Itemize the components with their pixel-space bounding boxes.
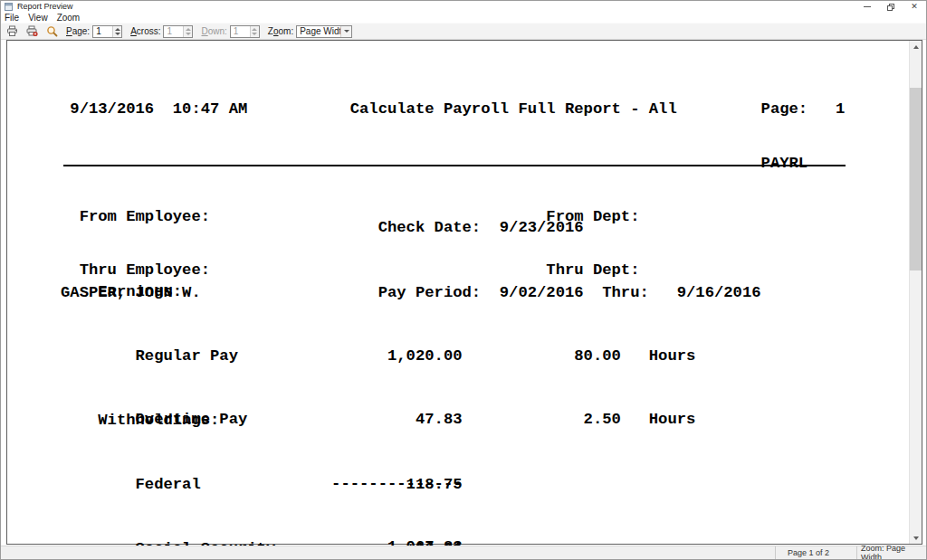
menu-bar: File View Zoom xyxy=(1,13,926,23)
report-line: Federal 118.75 xyxy=(61,474,463,496)
down-label: Down: xyxy=(201,26,226,36)
zoom-select[interactable]: Page Width xyxy=(296,25,352,38)
chevron-down-icon xyxy=(344,30,349,33)
spin-up-icon xyxy=(252,28,257,31)
arrow-up-icon xyxy=(913,45,919,49)
report-withholdings-block: Withholdings: Federal 118.75 Social Secu… xyxy=(61,367,463,560)
app-icon xyxy=(5,3,13,11)
close-button[interactable]: ✕ xyxy=(903,1,926,13)
report-line: Withholdings: xyxy=(61,410,463,432)
status-bar: Page 1 of 2 Zoom: Page Width xyxy=(1,546,926,559)
report-line: Check Date: 9/23/2016 xyxy=(61,217,761,239)
down-spinner: 1 xyxy=(230,25,260,38)
across-label: Across: xyxy=(130,26,160,36)
across-spin-buttons xyxy=(183,26,192,37)
restore-button[interactable] xyxy=(879,1,903,13)
page-label: Page: xyxy=(66,26,90,36)
report-page: 9/13/2016 10:47 AM Calculate Payroll Ful… xyxy=(6,40,922,545)
down-spin-buttons xyxy=(250,26,259,37)
spin-down-icon xyxy=(252,33,257,35)
report-line: Earnings: xyxy=(61,281,695,303)
report-preview-window: Report Preview ✕ File View Zoom xyxy=(0,0,927,560)
vertical-scrollbar[interactable] xyxy=(909,41,922,544)
report-line: 9/13/2016 10:47 AM Calculate Payroll Ful… xyxy=(61,100,845,119)
arrow-down-icon xyxy=(913,536,919,540)
status-page-indicator: Page 1 of 2 xyxy=(775,546,856,559)
toolbar: Page: 1 Across: 1 Down: 1 Zoom: Page Wid… xyxy=(1,23,926,40)
print-setup-icon[interactable] xyxy=(26,25,38,37)
window-title: Report Preview xyxy=(17,1,73,13)
print-icon[interactable] xyxy=(6,25,18,37)
report-divider xyxy=(63,165,846,166)
spin-up-icon xyxy=(115,28,120,31)
zoom-label: Zoom: xyxy=(268,26,293,36)
page-value[interactable]: 1 xyxy=(93,26,112,37)
menu-zoom[interactable]: Zoom xyxy=(53,13,85,23)
menu-file[interactable]: File xyxy=(1,13,24,23)
across-value: 1 xyxy=(164,26,183,37)
down-value: 1 xyxy=(231,26,250,37)
zoom-selected-value: Page Width xyxy=(297,26,340,37)
scroll-up-button[interactable] xyxy=(910,41,922,52)
spin-down-icon xyxy=(186,33,191,35)
page-spinner[interactable]: 1 xyxy=(92,25,122,38)
status-zoom-indicator: Zoom: Page Width xyxy=(856,546,926,559)
spin-up-icon xyxy=(186,28,191,31)
status-main-panel xyxy=(1,546,775,559)
close-icon: ✕ xyxy=(911,1,918,13)
minimize-icon xyxy=(864,6,871,7)
zoom-dropdown-button[interactable] xyxy=(340,26,351,37)
report-line: PAYRL xyxy=(61,155,845,173)
minimize-button[interactable] xyxy=(855,1,879,13)
menu-view[interactable]: View xyxy=(24,13,53,23)
report-line: Regular Pay 1,020.00 80.00 Hours xyxy=(61,346,695,367)
page-spin-buttons[interactable] xyxy=(112,26,121,37)
restore-icon xyxy=(887,4,894,11)
spin-down-icon xyxy=(115,33,120,35)
scroll-down-button[interactable] xyxy=(910,532,922,544)
title-bar: Report Preview ✕ xyxy=(1,1,926,13)
magnifier-icon[interactable] xyxy=(46,25,58,37)
window-controls: ✕ xyxy=(855,1,926,13)
scrollbar-thumb[interactable] xyxy=(910,88,922,271)
across-spinner: 1 xyxy=(163,25,193,38)
